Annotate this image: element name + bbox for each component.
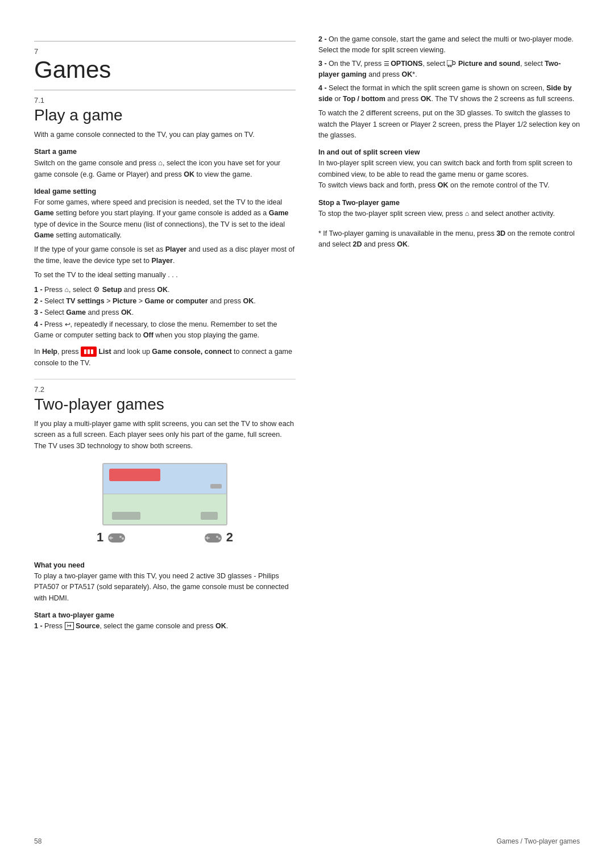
list-button: ▮▮▮ — [81, 347, 97, 357]
top-divider-left — [34, 41, 296, 41]
start-game-text: Switch on the game console and press ⌂, … — [34, 157, 296, 180]
ideal-game-p1: For some games, where speed and precisio… — [34, 197, 296, 241]
options-icon: ☰ — [384, 60, 389, 67]
footer: 58 Games / Two-player games — [34, 837, 580, 845]
manual-setting-intro: To set the TV to the ideal setting manua… — [34, 270, 296, 281]
svg-rect-10 — [447, 60, 453, 65]
player-1-number: 1 — [97, 530, 103, 545]
right-column: 2 - On the game console, start the game … — [318, 34, 580, 834]
step-left-2: 2 - Select TV settings > Picture > Game … — [34, 296, 296, 307]
home-icon-right: ⌂ — [465, 210, 470, 218]
what-you-need-heading: What you need — [34, 561, 296, 569]
svg-point-3 — [119, 536, 122, 538]
start-twoplayer-heading: Start a two-player game — [34, 611, 296, 619]
screen-top-bar — [210, 484, 222, 489]
section-number-72: 7.2 — [34, 385, 296, 394]
setup-icon: ⚙ — [93, 286, 100, 294]
split-screen-heading: In and out of split screen view — [318, 148, 580, 156]
stop-text: To stop the two-player split screen view… — [318, 208, 580, 219]
section-title-two-player: Two-player games — [34, 395, 296, 414]
footer-section: Games / Two-player games — [496, 837, 580, 845]
ideal-game-p2: If the type of your game console is set … — [34, 244, 296, 266]
screen-top-accent — [109, 469, 160, 481]
source-icon: ↦ — [65, 622, 74, 630]
player-labels: 1 — [97, 529, 233, 546]
step-left-1: 1 - Press ⌂, select ⚙ Setup and press OK… — [34, 285, 296, 295]
section-number-71: 7.1 — [34, 96, 296, 105]
right-step4: 4 - Select the format in which the split… — [318, 83, 580, 105]
svg-point-4 — [122, 537, 124, 540]
player-1-label: 1 — [97, 529, 127, 546]
right-step2: 2 - On the game console, start the game … — [318, 34, 580, 56]
svg-point-8 — [216, 536, 218, 538]
page: 7 Games 7.1 Play a game With a game cons… — [0, 0, 614, 868]
section-divider-1 — [34, 90, 296, 90]
section-divider-2 — [34, 379, 296, 379]
player-1-icon — [106, 529, 127, 546]
player-2-label: 2 — [202, 529, 233, 546]
game-screens-graphic — [102, 463, 227, 525]
picture-sound-icon — [447, 60, 456, 66]
back-icon: ↩ — [65, 320, 70, 328]
twoplayer-step1: 1 - Press ↦ Source, select the game cons… — [34, 621, 296, 632]
left-column: 7 Games 7.1 Play a game With a game cons… — [34, 34, 296, 834]
section-title-play-game: Play a game — [34, 106, 296, 125]
screen-top — [103, 464, 226, 494]
twoplayer-intro: If you play a multi-player game with spl… — [34, 419, 296, 452]
chapter-number: 7 — [34, 47, 296, 56]
page-number: 58 — [34, 837, 42, 845]
step-left-4: 4 - Press ↩, repeatedly if necessary, to… — [34, 319, 296, 341]
chapter-title: Games — [34, 57, 296, 83]
home-icon-2: ⌂ — [65, 286, 69, 294]
player-2-icon — [202, 529, 224, 546]
svg-rect-2 — [109, 537, 113, 539]
split-screen-text: In two-player split screen view, you can… — [318, 158, 580, 191]
footnote-text: * If Two-player gaming is unavailable in… — [318, 228, 580, 251]
home-icon: ⌂ — [158, 158, 163, 167]
start-game-heading: Start a game — [34, 148, 296, 156]
watch-3d-text: To watch the 2 different screens, put on… — [318, 108, 580, 141]
stop-heading: Stop a Two-player game — [318, 199, 580, 207]
intro-text: With a game console connected to the TV,… — [34, 130, 296, 140]
svg-rect-7 — [205, 537, 210, 539]
player-2-number: 2 — [226, 530, 233, 545]
svg-point-9 — [218, 537, 221, 540]
help-text: In Help, press ▮▮▮ List and look up Game… — [34, 347, 296, 369]
screen-bottom — [103, 494, 226, 524]
step-left-3: 3 - Select Game and press OK. — [34, 307, 296, 318]
ideal-game-heading: Ideal game setting — [34, 187, 296, 195]
game-illustration: 1 — [91, 463, 239, 554]
right-step3: 3 - On the TV, press ☰ OPTIONS, select P… — [318, 59, 580, 81]
what-you-need-text: To play a two-player game with this TV, … — [34, 571, 296, 604]
